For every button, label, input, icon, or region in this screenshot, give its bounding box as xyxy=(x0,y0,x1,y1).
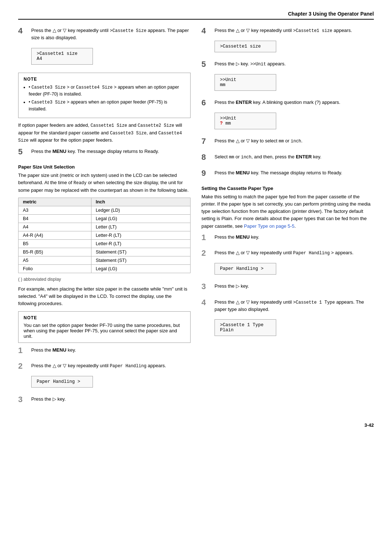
step-num-3-rb: 3 xyxy=(201,283,212,291)
metric-inch-table: metric Inch A3Ledger (LD)B4Legal (LG)A4L… xyxy=(18,198,191,273)
body-text-1: If option paper feeders are added, Casse… xyxy=(18,122,191,144)
step-num-7-right: 7 xyxy=(201,137,212,145)
step-9-right: 9 Press the MENU key. The message displa… xyxy=(201,169,374,180)
step-5-left-text: Press the MENU key. The message display … xyxy=(31,148,191,155)
table-row: A4Letter (LT) xyxy=(19,223,191,231)
step-3-bl-text: Press the ▷ key. xyxy=(31,396,191,403)
lcd-step4-left: >Cassette1 size A4 xyxy=(31,48,93,65)
right-column: 4 Press the △ or ▽ key repeatedly until … xyxy=(201,27,374,412)
step-num-4-right: 4 xyxy=(201,27,212,35)
cassette-paper-type-body: Make this setting to match the paper typ… xyxy=(201,193,374,230)
lcd-step2-rb: Paper Handling > xyxy=(215,263,276,275)
step-4-left: 4 Press the △ or ▽ key repeatedly until … xyxy=(18,27,191,68)
step-4-right: 4 Press the △ or ▽ key repeatedly until … xyxy=(201,27,374,55)
paper-size-body2: For example, when placing the letter siz… xyxy=(18,285,191,307)
step-num-4-left: 4 xyxy=(18,27,28,35)
step-5-left: 5 Press the MENU key. The message displa… xyxy=(18,148,191,159)
table-caption: ( ) abbreviated display xyxy=(18,277,191,282)
step-num-6-right: 6 xyxy=(201,99,212,107)
paper-type-link[interactable]: Paper Type on page 5-5 xyxy=(244,223,294,229)
table-row: B5-R (B5)Statement (ST) xyxy=(19,248,191,256)
page-number: 3-42 xyxy=(18,422,374,428)
step-8-right-text: Select mm or inch, and then, press the E… xyxy=(215,153,374,161)
step-2-bl-text: Press the △ or ▽ key repeatedly until Pa… xyxy=(31,362,191,369)
step-1-rb-text: Press the MENU key. xyxy=(215,234,374,241)
cassette-paper-type-title: Setting the Cassette Paper Type xyxy=(201,186,374,191)
paper-size-title: Paper Size Unit Selection xyxy=(18,164,191,170)
note1-item2: • Casette3 Size > appears when an option… xyxy=(29,99,185,113)
table-row: FolioLegal (LG) xyxy=(19,265,191,273)
step-4-left-text: Press the △ or ▽ key repeatedly until >C… xyxy=(31,27,191,41)
step-8-right: 8 Select mm or inch, and then, press the… xyxy=(201,153,374,164)
table-header-inch: Inch xyxy=(91,198,190,206)
step-num-5-right: 5 xyxy=(201,60,212,68)
page-header: Chapter 3 Using the Operator Panel xyxy=(18,11,374,20)
step-3-rb-text: Press the ▷ key. xyxy=(215,283,374,290)
step-5-right-text: Press the ▷ key. >>Unit appears. xyxy=(215,60,374,68)
step-num-2-bl: 2 xyxy=(18,362,28,370)
step-4-right-bottom: 4 Press the △ or ▽ key repeatedly until … xyxy=(201,299,374,339)
step-1-bottom-left: 1 Press the MENU key. xyxy=(18,347,191,357)
step-5-right: 5 Press the ▷ key. >>Unit appears. >>Uni… xyxy=(201,60,374,94)
step-num-4-rb: 4 xyxy=(201,299,212,307)
table-row: B5Letter-R (LT) xyxy=(19,240,191,248)
step-6-right: 6 Press the ENTER key. A blinking questi… xyxy=(201,99,374,132)
step-num-3-bl: 3 xyxy=(18,396,28,404)
step-7-right: 7 Press the △ or ▽ key to select mm or i… xyxy=(201,137,374,148)
step-7-right-text: Press the △ or ▽ key to select mm or inc… xyxy=(215,137,374,145)
step-6-right-text: Press the ENTER key. A blinking question… xyxy=(215,99,374,106)
step-1-right-bottom: 1 Press the MENU key. xyxy=(201,234,374,244)
note2-text: You can set the option paper feeder PF-7… xyxy=(24,323,185,339)
cassette-paper-type-section: Setting the Cassette Paper Type Make thi… xyxy=(201,186,374,230)
table-row: A4-R (A4)Letter-R (LT) xyxy=(19,231,191,240)
lcd-step6-right: >>Unit ? mm xyxy=(215,113,276,129)
paper-size-body: The paper size unit (metric or inch syst… xyxy=(18,172,191,194)
step-num-9-right: 9 xyxy=(201,169,212,177)
step-2-bottom-left: 2 Press the △ or ▽ key repeatedly until … xyxy=(18,362,191,390)
step-3-right-bottom: 3 Press the ▷ key. xyxy=(201,283,374,293)
note-box-1: NOTE • Casette3 Size > or Cassette4 Size… xyxy=(18,73,191,118)
table-header-metric: metric xyxy=(19,198,91,206)
step-9-right-text: Press the MENU key. The message display … xyxy=(215,169,374,177)
lcd-step4-right: >Cassette1 size xyxy=(215,41,276,52)
step-2-right-bottom: 2 Press the △ or ▽ key repeatedly until … xyxy=(201,249,374,278)
step-num-8-right: 8 xyxy=(201,153,212,161)
step-num-2-rb: 2 xyxy=(201,249,212,257)
step-num-1-bl: 1 xyxy=(18,347,28,355)
table-row: A3Ledger (LD) xyxy=(19,206,191,215)
step-4-right-text: Press the △ or ▽ key repeatedly until >C… xyxy=(215,27,374,34)
step-3-bottom-left: 3 Press the ▷ key. xyxy=(18,396,191,406)
note1-item1: • Casette3 Size > or Cassette4 Size > ap… xyxy=(29,84,185,98)
lcd-step5-right: >>Unit mm xyxy=(215,74,276,91)
lcd-step4-rb: >Cassette 1 Type Plain xyxy=(215,319,276,336)
step-num-5-left: 5 xyxy=(18,148,28,156)
table-row: A5Statement (ST) xyxy=(19,256,191,265)
step-1-bl-text: Press the MENU key. xyxy=(31,347,191,354)
left-column: 4 Press the △ or ▽ key repeatedly until … xyxy=(18,27,191,412)
step-4-rb-text: Press the △ or ▽ key repeatedly until >C… xyxy=(215,299,374,313)
step-2-rb-text: Press the △ or ▽ key repeatedly until Pa… xyxy=(215,249,374,256)
lcd-step2-bl: Paper Handling > xyxy=(31,376,93,388)
note-box-2: NOTE You can set the option paper feeder… xyxy=(18,311,191,343)
table-row: B4Legal (LG) xyxy=(19,215,191,223)
paper-size-section: Paper Size Unit Selection The paper size… xyxy=(18,164,191,307)
step-num-1-rb: 1 xyxy=(201,234,212,242)
